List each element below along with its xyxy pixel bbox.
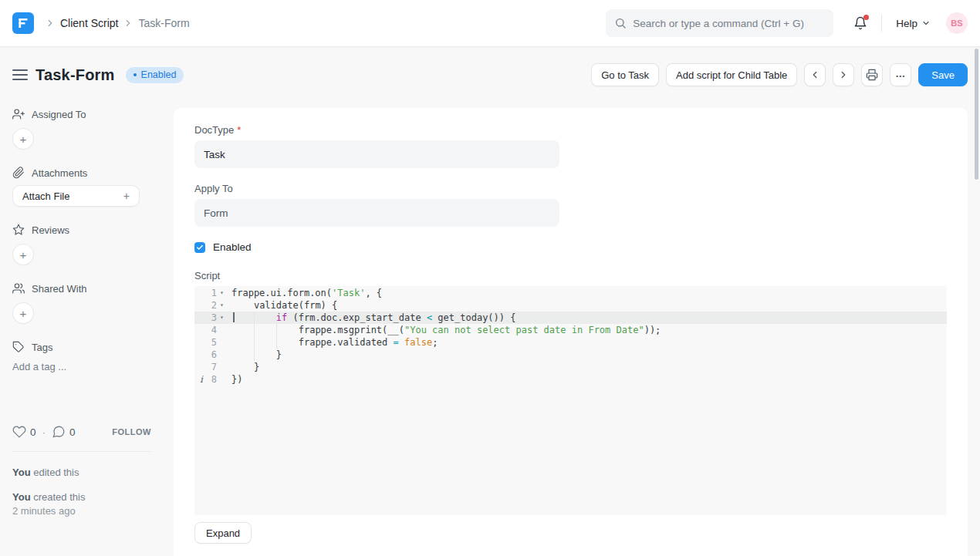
avatar[interactable]: BS: [946, 12, 968, 34]
page-header: Task-Form Enabled Go to Task Add script …: [12, 62, 968, 87]
add-share-button[interactable]: +: [12, 302, 34, 324]
chevron-right-icon: [838, 69, 849, 80]
code-text: }: [228, 361, 259, 373]
sidebar-divider: [12, 451, 151, 452]
fold-icon[interactable]: ▾: [217, 312, 227, 324]
star-icon: [12, 224, 25, 236]
code-text: validate(frm) {: [228, 299, 337, 312]
code-line[interactable]: 3▾ if (frm.doc.exp_start_date < get_toda…: [194, 312, 947, 324]
gutter-cell: 5: [194, 336, 228, 349]
shared-with-label: Shared With: [32, 283, 87, 295]
enabled-checkbox[interactable]: [194, 242, 205, 253]
line-number: 7: [211, 361, 217, 373]
users-icon: [12, 282, 25, 295]
apply-to-select[interactable]: [194, 199, 559, 227]
chevron-down-icon: [921, 19, 931, 28]
activity-created-who: You: [12, 491, 31, 503]
gutter-cell: 4: [194, 324, 228, 336]
status-badge: Enabled: [126, 67, 184, 83]
breadcrumb-parent[interactable]: Client Script: [60, 17, 118, 29]
chevron-left-icon: [809, 69, 820, 80]
add-assignment-button[interactable]: +: [12, 128, 34, 150]
enabled-checkbox-row[interactable]: Enabled: [194, 241, 947, 253]
activity-created-when: 2 minutes ago: [12, 505, 151, 517]
add-review-button[interactable]: +: [12, 244, 34, 265]
code-line[interactable]: 7 }: [194, 361, 947, 373]
follow-button[interactable]: FOLLOW: [112, 427, 151, 436]
attach-file-label: Attach File: [22, 190, 69, 202]
gutter-cell: i8: [194, 373, 228, 386]
code-line[interactable]: i8}): [194, 373, 947, 386]
navbar-right: Help BS: [833, 12, 968, 34]
gutter-cell: 2▾: [194, 299, 228, 312]
activity-created-text: created this: [33, 491, 85, 503]
activity-edited-text: edited this: [33, 467, 79, 478]
page-body: Task-Form Enabled Go to Task Add script …: [0, 47, 980, 556]
code-text: frappe.ui.form.on('Task', {: [228, 287, 382, 299]
form-sidebar: Assigned To + Attachments Attach File + …: [12, 108, 151, 517]
app-logo[interactable]: [12, 12, 34, 34]
breadcrumb-current: Task-Form: [138, 17, 189, 29]
expand-button[interactable]: Expand: [194, 522, 252, 544]
fold-icon[interactable]: ▾: [217, 299, 227, 312]
comment-icon[interactable]: [52, 425, 66, 439]
help-label: Help: [896, 18, 917, 29]
heart-icon[interactable]: [12, 425, 26, 439]
notifications-button[interactable]: [853, 16, 867, 30]
gutter-cell: 6: [194, 349, 228, 361]
search-input[interactable]: Search or type a command (Ctrl + G): [606, 9, 833, 37]
code-line[interactable]: 1▾frappe.ui.form.on('Task', {: [194, 287, 947, 299]
assigned-to-label: Assigned To: [32, 109, 86, 120]
fold-icon[interactable]: ▾: [217, 287, 227, 299]
gutter-cell: 1▾: [194, 287, 228, 299]
code-line[interactable]: 5 frappe.validated = false;: [194, 336, 947, 349]
plus-icon: +: [123, 190, 130, 202]
attach-file-button[interactable]: Attach File +: [12, 185, 140, 207]
next-document-button[interactable]: [833, 63, 854, 86]
doctype-input[interactable]: [194, 140, 559, 168]
activity-created: You created this: [12, 491, 151, 503]
reviews-section: Reviews: [12, 224, 151, 236]
code-text: }: [228, 349, 282, 361]
prev-document-button[interactable]: [804, 63, 826, 86]
save-button[interactable]: Save: [918, 63, 968, 86]
reviews-label: Reviews: [32, 224, 69, 236]
breadcrumb: Client Script Task-Form: [45, 17, 190, 29]
go-to-task-button[interactable]: Go to Task: [591, 63, 659, 86]
doctype-label: DocType *: [194, 124, 559, 136]
tag-icon: [12, 341, 25, 353]
add-child-script-button[interactable]: Add script for Child Table: [666, 63, 797, 86]
add-tag-input[interactable]: Add a tag ...: [12, 361, 151, 372]
code-line[interactable]: 6 }: [194, 349, 947, 361]
like-count: 0: [30, 426, 36, 438]
code-editor[interactable]: 1▾frappe.ui.form.on('Task', {2▾ validate…: [194, 286, 947, 515]
activity-edited: You edited this: [12, 467, 151, 478]
line-number: 2: [211, 299, 217, 312]
page-scrollbar[interactable]: [975, 49, 978, 180]
code-text: }): [228, 373, 242, 386]
ellipsis-icon: …: [895, 68, 906, 79]
chevron-right-icon: [45, 18, 56, 29]
apply-to-field: Apply To: [194, 183, 559, 227]
assigned-to-section: Assigned To: [12, 108, 151, 120]
shared-with-section: Shared With: [12, 282, 151, 295]
paperclip-icon: [12, 167, 25, 179]
doctype-field: DocType *: [194, 124, 559, 168]
gutter-cell: 3▾: [194, 312, 228, 324]
required-marker: *: [237, 124, 241, 136]
search-placeholder: Search or type a command (Ctrl + G): [633, 18, 804, 29]
comment-count: 0: [69, 426, 76, 438]
script-label: Script: [194, 270, 947, 281]
page-title: Task-Form: [35, 66, 115, 84]
help-menu[interactable]: Help: [896, 18, 931, 29]
form-card: DocType * Apply To Enabled Script 1▾frap…: [174, 108, 968, 556]
gutter-cell: 7: [194, 361, 228, 373]
print-button[interactable]: [861, 63, 883, 86]
sidebar-toggle-icon[interactable]: [12, 69, 28, 80]
code-line[interactable]: 2▾ validate(frm) {: [194, 299, 947, 312]
check-icon: [196, 244, 204, 251]
code-text: frappe.validated = false;: [228, 336, 438, 349]
menu-button[interactable]: …: [890, 63, 911, 86]
navbar-divider: [881, 15, 882, 32]
code-line[interactable]: 4 frappe.msgprint(__("You can not select…: [194, 324, 947, 336]
